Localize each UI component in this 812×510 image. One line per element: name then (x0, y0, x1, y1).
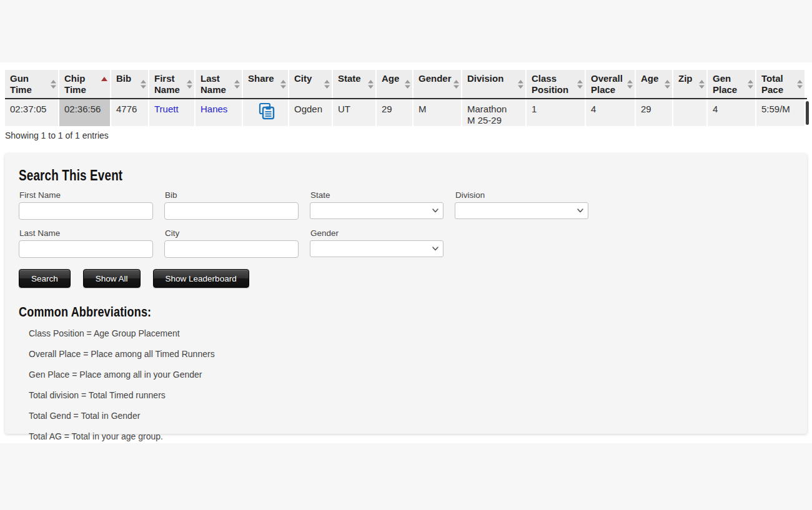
column-label: Gender (418, 73, 452, 84)
column-header-gun-time[interactable]: Gun Time (5, 70, 58, 99)
column-label: Share (248, 73, 274, 84)
show-leaderboard-button[interactable]: Show Leaderboard (153, 269, 249, 288)
header-divider (5, 98, 807, 99)
cell-zip (673, 99, 706, 126)
first-name-field-group: First Name (19, 190, 153, 220)
page-top-spacer (0, 0, 812, 62)
sort-icon (51, 80, 56, 89)
column-header-last-name[interactable]: Last Name (196, 70, 242, 99)
show-all-button[interactable]: Show All (83, 269, 141, 288)
city-field-group: City (164, 228, 299, 258)
column-header-city[interactable]: City (289, 70, 332, 99)
cell-gun-time: 02:37:05 (5, 99, 58, 126)
first-name-label: First Name (19, 190, 153, 200)
bib-input[interactable] (164, 202, 299, 220)
column-header-gen-place[interactable]: Gen Place (708, 70, 755, 99)
cell-chip-time: 02:36:56 (59, 99, 110, 126)
column-label: Zip (678, 73, 693, 84)
cell-gen-place: 4 (708, 99, 755, 126)
column-header-chip-time[interactable]: Chip Time (59, 70, 110, 99)
gender-field-group: Gender (310, 228, 443, 258)
last-name-input[interactable] (19, 240, 153, 258)
cell-last-name: Hanes (196, 99, 242, 126)
sort-icon (627, 80, 633, 89)
cell-age-2: 29 (636, 99, 672, 126)
column-label: Gen Place (713, 73, 737, 95)
sort-icon (699, 80, 705, 89)
sort-icon (405, 80, 410, 89)
sort-icon (577, 80, 583, 89)
column-label: Class Position (532, 73, 568, 95)
cell-overall-place: 4 (586, 99, 635, 126)
cell-city: Ogden (289, 99, 332, 126)
sort-icon (797, 80, 803, 89)
page-bottom-spacer (0, 443, 812, 510)
cell-total-pace: 5:59/M (756, 99, 805, 126)
city-input[interactable] (164, 240, 299, 258)
search-form: First Name Bib State Division Last Name (19, 190, 807, 258)
column-label: Gun Time (10, 73, 32, 95)
column-label: Age (641, 73, 658, 84)
column-header-state[interactable]: State (333, 70, 375, 99)
showing-entries-text: Showing 1 to 1 of 1 entries (5, 130, 812, 140)
sort-icon (187, 80, 192, 89)
division-label: Division (455, 190, 588, 200)
column-label: Overall Place (591, 73, 623, 95)
sort-icon (368, 80, 374, 89)
column-label: Last Name (201, 73, 226, 95)
first-name-input[interactable] (19, 202, 153, 220)
sort-icon (234, 80, 240, 89)
column-label: Chip Time (64, 73, 86, 95)
division-select[interactable] (455, 202, 588, 219)
abbreviations-list: Class Position = Age Group Placement Ove… (19, 328, 807, 441)
column-label: Division (467, 73, 503, 84)
cell-bib: 4776 (111, 99, 148, 126)
column-header-class-position[interactable]: Class Position (527, 70, 585, 99)
abbreviation-item: Gen Place = Place among all in your Gend… (29, 370, 807, 380)
search-panel: Search This Event First Name Bib State D… (5, 154, 807, 434)
column-label: State (338, 73, 361, 84)
last-name-link[interactable]: Hanes (201, 104, 227, 114)
empty-grid-cell (455, 228, 588, 258)
sort-icon (280, 80, 286, 89)
results-table: Gun Time Chip Time Bib First Name Last N… (5, 70, 807, 126)
cell-division: Marathon M 25-29 (462, 99, 525, 126)
cell-age: 29 (377, 99, 412, 126)
column-header-first-name[interactable]: First Name (149, 70, 194, 99)
division-field-group: Division (455, 190, 588, 220)
column-label: Bib (116, 73, 131, 84)
search-button[interactable]: Search (19, 269, 71, 288)
table-scrollbar[interactable] (806, 101, 809, 125)
column-header-division[interactable]: Division (462, 70, 525, 99)
sort-icon (324, 80, 330, 89)
column-header-age-2[interactable]: Age (636, 70, 672, 99)
cell-state: UT (333, 99, 375, 126)
abbreviation-item: Total Gend = Total in Gender (29, 411, 807, 421)
column-label: City (294, 73, 312, 84)
column-label: First Name (154, 73, 180, 95)
abbreviation-item: Class Position = Age Group Placement (29, 328, 807, 338)
column-header-bib[interactable]: Bib (111, 70, 148, 99)
state-select[interactable] (310, 202, 443, 219)
search-panel-title: Search This Event (19, 167, 665, 184)
cell-class-position: 1 (527, 99, 585, 126)
sort-ascending-icon (101, 77, 107, 81)
sort-icon (453, 80, 459, 89)
column-label: Age (382, 73, 399, 84)
abbreviations-title: Common Abbreviations: (19, 304, 665, 320)
column-header-share[interactable]: Share (243, 70, 288, 99)
column-header-zip[interactable]: Zip (673, 70, 706, 99)
first-name-link[interactable]: Truett (154, 104, 179, 114)
gender-select[interactable] (310, 240, 443, 257)
cell-first-name: Truett (149, 99, 194, 126)
last-name-label: Last Name (19, 228, 153, 238)
cell-share (243, 99, 288, 126)
column-header-total-pace[interactable]: Total Pace (756, 70, 805, 99)
state-field-group: State (310, 190, 443, 220)
column-header-gender[interactable]: Gender (413, 70, 461, 99)
bib-label: Bib (165, 190, 299, 200)
share-document-icon[interactable] (258, 102, 275, 120)
abbreviation-item: Total division = Total Timed runners (29, 390, 807, 400)
column-header-age[interactable]: Age (377, 70, 412, 99)
column-header-overall-place[interactable]: Overall Place (586, 70, 635, 99)
